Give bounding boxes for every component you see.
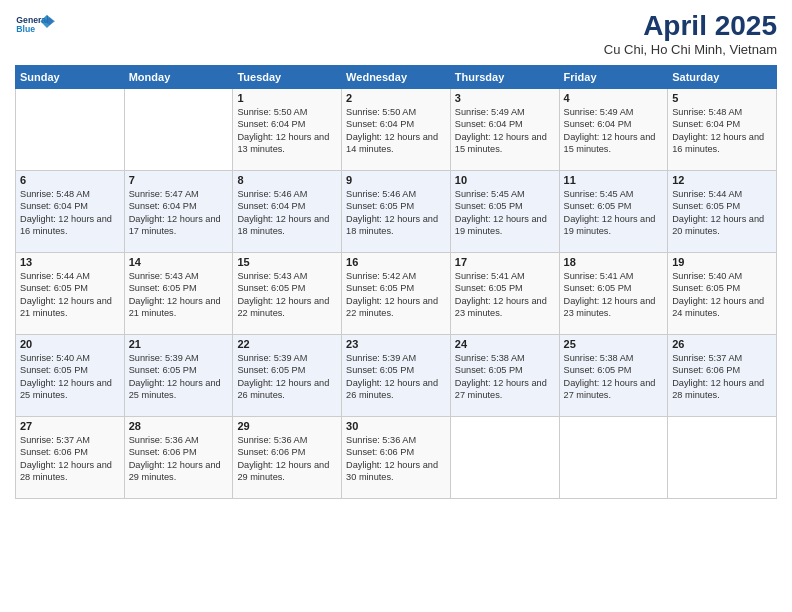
day-cell: 4Sunrise: 5:49 AM Sunset: 6:04 PM Daylig… xyxy=(559,89,668,171)
day-info: Sunrise: 5:48 AM Sunset: 6:04 PM Dayligh… xyxy=(20,188,120,238)
weekday-friday: Friday xyxy=(559,66,668,89)
weekday-tuesday: Tuesday xyxy=(233,66,342,89)
day-info: Sunrise: 5:39 AM Sunset: 6:05 PM Dayligh… xyxy=(237,352,337,402)
day-cell: 3Sunrise: 5:49 AM Sunset: 6:04 PM Daylig… xyxy=(450,89,559,171)
day-info: Sunrise: 5:38 AM Sunset: 6:05 PM Dayligh… xyxy=(564,352,664,402)
week-row-3: 13Sunrise: 5:44 AM Sunset: 6:05 PM Dayli… xyxy=(16,253,777,335)
day-number: 20 xyxy=(20,338,120,350)
weekday-header-row: SundayMondayTuesdayWednesdayThursdayFrid… xyxy=(16,66,777,89)
weekday-wednesday: Wednesday xyxy=(342,66,451,89)
day-info: Sunrise: 5:37 AM Sunset: 6:06 PM Dayligh… xyxy=(20,434,120,484)
day-number: 21 xyxy=(129,338,229,350)
day-cell xyxy=(450,417,559,499)
day-info: Sunrise: 5:43 AM Sunset: 6:05 PM Dayligh… xyxy=(129,270,229,320)
logo: General Blue xyxy=(15,10,55,38)
day-cell: 24Sunrise: 5:38 AM Sunset: 6:05 PM Dayli… xyxy=(450,335,559,417)
weekday-monday: Monday xyxy=(124,66,233,89)
day-cell: 23Sunrise: 5:39 AM Sunset: 6:05 PM Dayli… xyxy=(342,335,451,417)
day-number: 28 xyxy=(129,420,229,432)
day-info: Sunrise: 5:36 AM Sunset: 6:06 PM Dayligh… xyxy=(346,434,446,484)
day-number: 17 xyxy=(455,256,555,268)
day-number: 18 xyxy=(564,256,664,268)
day-cell: 8Sunrise: 5:46 AM Sunset: 6:04 PM Daylig… xyxy=(233,171,342,253)
day-cell xyxy=(559,417,668,499)
day-info: Sunrise: 5:38 AM Sunset: 6:05 PM Dayligh… xyxy=(455,352,555,402)
day-cell: 27Sunrise: 5:37 AM Sunset: 6:06 PM Dayli… xyxy=(16,417,125,499)
week-row-2: 6Sunrise: 5:48 AM Sunset: 6:04 PM Daylig… xyxy=(16,171,777,253)
day-info: Sunrise: 5:50 AM Sunset: 6:04 PM Dayligh… xyxy=(237,106,337,156)
day-cell: 2Sunrise: 5:50 AM Sunset: 6:04 PM Daylig… xyxy=(342,89,451,171)
day-number: 4 xyxy=(564,92,664,104)
day-info: Sunrise: 5:42 AM Sunset: 6:05 PM Dayligh… xyxy=(346,270,446,320)
day-cell: 7Sunrise: 5:47 AM Sunset: 6:04 PM Daylig… xyxy=(124,171,233,253)
day-number: 2 xyxy=(346,92,446,104)
day-info: Sunrise: 5:44 AM Sunset: 6:05 PM Dayligh… xyxy=(672,188,772,238)
day-cell: 26Sunrise: 5:37 AM Sunset: 6:06 PM Dayli… xyxy=(668,335,777,417)
logo-svg: General Blue xyxy=(15,10,55,38)
day-cell xyxy=(124,89,233,171)
page: General Blue April 2025 Cu Chi, Ho Chi M… xyxy=(0,0,792,612)
day-cell xyxy=(16,89,125,171)
day-info: Sunrise: 5:44 AM Sunset: 6:05 PM Dayligh… xyxy=(20,270,120,320)
day-cell: 10Sunrise: 5:45 AM Sunset: 6:05 PM Dayli… xyxy=(450,171,559,253)
calendar-subtitle: Cu Chi, Ho Chi Minh, Vietnam xyxy=(604,42,777,57)
day-number: 19 xyxy=(672,256,772,268)
day-info: Sunrise: 5:40 AM Sunset: 6:05 PM Dayligh… xyxy=(672,270,772,320)
day-info: Sunrise: 5:45 AM Sunset: 6:05 PM Dayligh… xyxy=(455,188,555,238)
day-cell: 19Sunrise: 5:40 AM Sunset: 6:05 PM Dayli… xyxy=(668,253,777,335)
day-cell: 22Sunrise: 5:39 AM Sunset: 6:05 PM Dayli… xyxy=(233,335,342,417)
day-info: Sunrise: 5:37 AM Sunset: 6:06 PM Dayligh… xyxy=(672,352,772,402)
header: General Blue April 2025 Cu Chi, Ho Chi M… xyxy=(15,10,777,57)
day-number: 7 xyxy=(129,174,229,186)
weekday-sunday: Sunday xyxy=(16,66,125,89)
day-number: 16 xyxy=(346,256,446,268)
day-number: 13 xyxy=(20,256,120,268)
week-row-4: 20Sunrise: 5:40 AM Sunset: 6:05 PM Dayli… xyxy=(16,335,777,417)
day-number: 10 xyxy=(455,174,555,186)
day-number: 1 xyxy=(237,92,337,104)
day-cell: 25Sunrise: 5:38 AM Sunset: 6:05 PM Dayli… xyxy=(559,335,668,417)
weekday-saturday: Saturday xyxy=(668,66,777,89)
calendar-table: SundayMondayTuesdayWednesdayThursdayFrid… xyxy=(15,65,777,499)
day-info: Sunrise: 5:46 AM Sunset: 6:05 PM Dayligh… xyxy=(346,188,446,238)
day-cell: 15Sunrise: 5:43 AM Sunset: 6:05 PM Dayli… xyxy=(233,253,342,335)
day-info: Sunrise: 5:40 AM Sunset: 6:05 PM Dayligh… xyxy=(20,352,120,402)
day-number: 24 xyxy=(455,338,555,350)
day-info: Sunrise: 5:39 AM Sunset: 6:05 PM Dayligh… xyxy=(346,352,446,402)
day-cell: 6Sunrise: 5:48 AM Sunset: 6:04 PM Daylig… xyxy=(16,171,125,253)
day-cell: 5Sunrise: 5:48 AM Sunset: 6:04 PM Daylig… xyxy=(668,89,777,171)
day-info: Sunrise: 5:41 AM Sunset: 6:05 PM Dayligh… xyxy=(564,270,664,320)
day-info: Sunrise: 5:43 AM Sunset: 6:05 PM Dayligh… xyxy=(237,270,337,320)
day-cell: 29Sunrise: 5:36 AM Sunset: 6:06 PM Dayli… xyxy=(233,417,342,499)
day-cell: 12Sunrise: 5:44 AM Sunset: 6:05 PM Dayli… xyxy=(668,171,777,253)
week-row-5: 27Sunrise: 5:37 AM Sunset: 6:06 PM Dayli… xyxy=(16,417,777,499)
day-number: 26 xyxy=(672,338,772,350)
day-number: 23 xyxy=(346,338,446,350)
day-number: 6 xyxy=(20,174,120,186)
day-cell: 20Sunrise: 5:40 AM Sunset: 6:05 PM Dayli… xyxy=(16,335,125,417)
day-number: 15 xyxy=(237,256,337,268)
day-cell: 13Sunrise: 5:44 AM Sunset: 6:05 PM Dayli… xyxy=(16,253,125,335)
day-cell: 11Sunrise: 5:45 AM Sunset: 6:05 PM Dayli… xyxy=(559,171,668,253)
day-cell: 21Sunrise: 5:39 AM Sunset: 6:05 PM Dayli… xyxy=(124,335,233,417)
day-cell: 14Sunrise: 5:43 AM Sunset: 6:05 PM Dayli… xyxy=(124,253,233,335)
day-cell: 17Sunrise: 5:41 AM Sunset: 6:05 PM Dayli… xyxy=(450,253,559,335)
calendar-title: April 2025 xyxy=(604,10,777,42)
day-info: Sunrise: 5:45 AM Sunset: 6:05 PM Dayligh… xyxy=(564,188,664,238)
day-number: 30 xyxy=(346,420,446,432)
day-number: 14 xyxy=(129,256,229,268)
title-block: April 2025 Cu Chi, Ho Chi Minh, Vietnam xyxy=(604,10,777,57)
day-info: Sunrise: 5:49 AM Sunset: 6:04 PM Dayligh… xyxy=(455,106,555,156)
day-number: 22 xyxy=(237,338,337,350)
day-info: Sunrise: 5:36 AM Sunset: 6:06 PM Dayligh… xyxy=(129,434,229,484)
day-number: 12 xyxy=(672,174,772,186)
day-info: Sunrise: 5:48 AM Sunset: 6:04 PM Dayligh… xyxy=(672,106,772,156)
day-number: 29 xyxy=(237,420,337,432)
day-cell: 28Sunrise: 5:36 AM Sunset: 6:06 PM Dayli… xyxy=(124,417,233,499)
day-info: Sunrise: 5:39 AM Sunset: 6:05 PM Dayligh… xyxy=(129,352,229,402)
day-info: Sunrise: 5:36 AM Sunset: 6:06 PM Dayligh… xyxy=(237,434,337,484)
day-cell: 16Sunrise: 5:42 AM Sunset: 6:05 PM Dayli… xyxy=(342,253,451,335)
day-number: 27 xyxy=(20,420,120,432)
day-cell xyxy=(668,417,777,499)
day-number: 9 xyxy=(346,174,446,186)
